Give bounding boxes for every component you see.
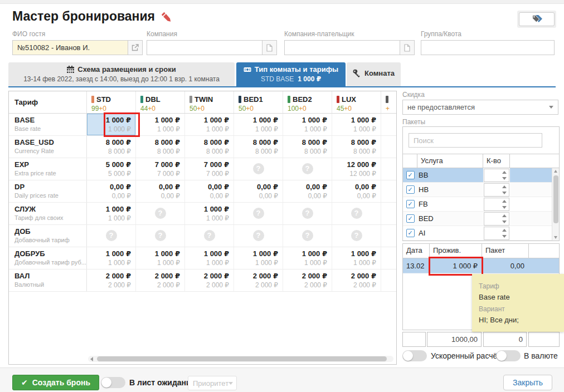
rate-price-cell[interactable]: 8 000 ₽8 000 ₽ [136, 136, 185, 158]
rate-price-cell[interactable]: 1 000 ₽1 000 ₽ [332, 114, 381, 135]
scroll-left-icon[interactable] [90, 357, 93, 361]
rate-price-cell[interactable]: 1 000 ₽1 000 ₽ [234, 247, 283, 269]
rate-price-cell[interactable]: ? [283, 203, 332, 224]
rate-price-cell[interactable]: 2 000 ₽2 000 ₽ [283, 270, 332, 291]
rate-price-cell[interactable]: 7 000 ₽7 000 ₽ [136, 158, 185, 180]
scrollbar-thumb[interactable] [553, 175, 558, 223]
discount-select[interactable]: не предоставляется [402, 100, 558, 115]
quantity-stepper[interactable] [484, 198, 509, 211]
service-row[interactable]: ✓AI [403, 226, 552, 241]
payer-company-input[interactable] [284, 40, 400, 55]
rate-price-cell[interactable]: ? [332, 225, 381, 247]
service-checkbox[interactable]: ✓ [406, 214, 415, 223]
rate-price-cell[interactable]: ? [87, 225, 136, 247]
rate-price-cell[interactable]: 1 000 ₽1 000 ₽ [136, 247, 185, 269]
rate-price-cell[interactable]: 1 000 ₽1 000 ₽ [87, 247, 136, 269]
room-type-column-header[interactable]: BED150+0 [234, 91, 283, 113]
rate-price-cell[interactable]: ? [234, 158, 283, 180]
tab-room[interactable]: Комната [347, 62, 401, 86]
rate-price-cell[interactable]: ? [136, 225, 185, 247]
rate-price-cell[interactable]: 12 000 ₽12 000 ₽ [332, 158, 381, 180]
scroll-down-icon[interactable] [554, 236, 557, 239]
rate-price-cell[interactable]: ? [283, 158, 332, 180]
stepper-down-icon[interactable] [502, 177, 507, 180]
rate-price-cell[interactable]: 8 000 ₽8 000 ₽ [283, 136, 332, 158]
company-card-button[interactable] [262, 40, 277, 55]
room-type-column-header[interactable]: STD99+0 [87, 91, 136, 113]
close-button[interactable]: Закрыть [503, 375, 552, 390]
tags-button[interactable] [519, 12, 555, 26]
horizontal-scrollbar[interactable] [88, 356, 393, 362]
rate-price-cell[interactable]: 0,00 ₽0,00 ₽ [87, 180, 136, 202]
rate-price-cell[interactable]: 2 000 ₽2 000 ₽ [87, 270, 136, 291]
rate-price-cell[interactable]: 2 000 ₽2 000 ₽ [332, 270, 381, 291]
stepper-up-icon[interactable] [502, 185, 507, 188]
rate-price-cell[interactable]: 0,00 ₽0,00 ₽ [332, 180, 381, 202]
service-row[interactable]: ✓HB [403, 183, 552, 197]
quantity-stepper[interactable] [484, 169, 509, 182]
open-guest-card-button[interactable] [128, 40, 143, 55]
room-type-column-header[interactable]: LUX45+0 [332, 91, 381, 113]
stepper-up-icon[interactable] [502, 229, 507, 232]
rate-price-cell[interactable]: 1 000 ₽1 000 ₽ [185, 203, 234, 224]
rate-price-cell[interactable]: 0,00 ₽0,00 ₽ [185, 180, 234, 202]
rate-price-cell[interactable]: 0,00 ₽0,00 ₽ [283, 180, 332, 202]
rate-price-cell[interactable]: 2 000 ₽2 000 ₽ [234, 270, 283, 291]
rate-price-cell[interactable]: 1 000 ₽1 000 ₽ [234, 114, 283, 135]
room-type-column-header[interactable]: DBL44+0 [136, 91, 185, 113]
fast-calc-toggle[interactable] [402, 350, 427, 361]
service-checkbox[interactable]: ✓ [406, 185, 415, 194]
rate-price-cell[interactable]: 5 000 ₽5 000 ₽ [87, 158, 136, 180]
waitlist-toggle[interactable] [101, 377, 125, 388]
stepper-up-icon[interactable] [502, 171, 507, 174]
service-row[interactable]: ✓BB [403, 168, 552, 183]
rate-price-cell[interactable]: ? [332, 203, 381, 224]
rate-price-cell[interactable]: 0,00 ₽0,00 ₽ [136, 180, 185, 202]
total-qty-input[interactable] [483, 332, 527, 347]
service-row[interactable]: ✓FB [403, 197, 552, 212]
rate-price-cell[interactable]: ? [185, 225, 234, 247]
currency-toggle[interactable] [496, 350, 521, 361]
rate-price-cell[interactable]: 1 000 ₽1 000 ₽ [136, 114, 185, 135]
quantity-stepper[interactable] [484, 227, 509, 240]
stepper-down-icon[interactable] [502, 206, 507, 209]
stepper-up-icon[interactable] [502, 200, 507, 203]
rate-price-cell[interactable]: 1 000 ₽1 000 ₽ [283, 247, 332, 269]
rate-price-cell[interactable]: 8 000 ₽8 000 ₽ [185, 136, 234, 158]
quantity-stepper[interactable] [484, 212, 509, 226]
create-booking-button[interactable]: ✔ Создать бронь [12, 375, 99, 390]
tab-placement-scheme[interactable]: Схема размещения и сроки 13-14 фев 2022,… [8, 62, 235, 86]
rate-price-cell[interactable]: 8 000 ₽8 000 ₽ [87, 136, 136, 158]
rate-price-cell[interactable]: ? [136, 203, 185, 224]
room-type-column-header[interactable]: TWIN50+0 [185, 91, 234, 113]
room-type-column-header[interactable]: BED2100+0 [283, 91, 332, 113]
priority-select[interactable]: Приоритет [188, 376, 237, 390]
rate-price-cell[interactable]: 8 000 ₽8 000 ₽ [234, 136, 283, 158]
total-amount-input[interactable] [427, 332, 482, 347]
stepper-down-icon[interactable] [502, 192, 507, 194]
scrollbar-thumb[interactable] [97, 356, 387, 361]
vertical-scrollbar[interactable] [552, 168, 559, 241]
rate-price-cell[interactable]: 2 000 ₽2 000 ₽ [185, 270, 234, 291]
packages-search-input[interactable] [409, 133, 542, 148]
room-type-column-header[interactable]: + [381, 91, 396, 113]
rate-price-cell[interactable]: 8 000 ₽8 000 ₽ [332, 136, 381, 158]
rate-price-cell[interactable]: 1 000 ₽1 000 ₽ [87, 114, 136, 135]
rate-price-cell[interactable]: 1 000 ₽1 000 ₽ [283, 114, 332, 135]
rate-price-cell[interactable]: ? [234, 225, 283, 247]
stepper-down-icon[interactable] [502, 220, 507, 223]
edit-pencil-icon[interactable] [161, 11, 172, 22]
stepper-down-icon[interactable] [502, 235, 507, 238]
day-price-row[interactable]: 13.021 000 ₽0,00 [403, 258, 559, 273]
payer-company-card-button[interactable] [400, 40, 415, 55]
service-checkbox[interactable]: ✓ [406, 200, 415, 208]
service-row[interactable]: ✓BED [403, 212, 552, 226]
rate-price-cell[interactable]: 1 000 ₽1 000 ₽ [332, 247, 381, 269]
company-input[interactable] [147, 40, 262, 55]
rate-price-cell[interactable]: 7 000 ₽7 000 ₽ [185, 158, 234, 180]
scroll-up-icon[interactable] [554, 170, 557, 173]
tab-room-type-rates[interactable]: Тип комнаты и тарифы STD BASE1 000 ₽ [236, 62, 346, 86]
quantity-stepper[interactable] [484, 183, 509, 197]
rate-price-cell[interactable]: 0,00 ₽0,00 ₽ [234, 180, 283, 202]
service-checkbox[interactable]: ✓ [406, 229, 415, 237]
